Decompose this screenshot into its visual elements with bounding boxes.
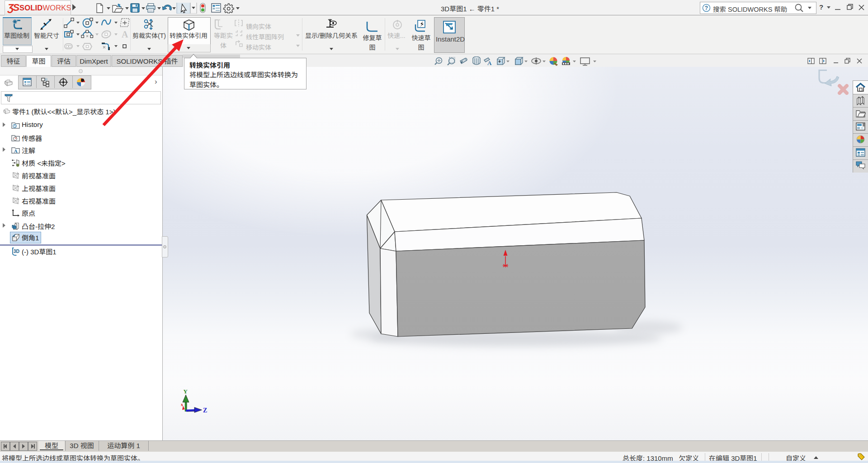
svg-text:3D: 3D [14, 249, 20, 254]
svg-text:Z: Z [203, 407, 207, 414]
svg-text:A: A [14, 148, 18, 154]
svg-text:A: A [487, 60, 492, 66]
svg-text:A: A [122, 29, 128, 39]
svg-text:Y: Y [184, 388, 188, 395]
svg-text:ƷS: ƷS [7, 2, 19, 13]
svg-text:SOLIDWORKS: SOLIDWORKS [19, 4, 71, 12]
svg-text:x: x [181, 402, 183, 407]
svg-text:?: ? [705, 5, 708, 11]
